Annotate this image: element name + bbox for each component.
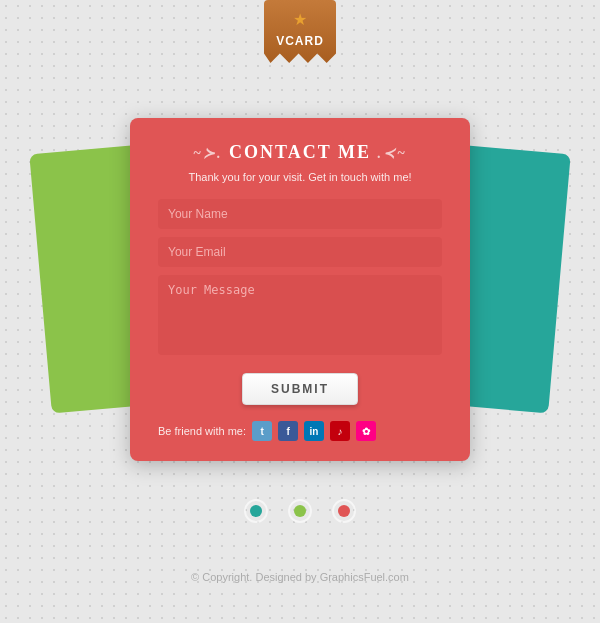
flickr-icon[interactable]: ✿ <box>356 421 376 441</box>
contact-card: ~≻. CONTACT ME .≺~ Thank you for your vi… <box>130 118 470 461</box>
email-input[interactable] <box>158 237 442 267</box>
linkedin-icon[interactable]: in <box>304 421 324 441</box>
facebook-icon[interactable]: f <box>278 421 298 441</box>
pagination <box>244 499 356 523</box>
vcard-label: VCARD <box>276 34 324 48</box>
card-subtitle: Thank you for your visit. Get in touch w… <box>158 171 442 183</box>
name-input[interactable] <box>158 199 442 229</box>
title-deco-right: .≺~ <box>377 145 406 162</box>
card-title: ~≻. CONTACT ME .≺~ <box>158 142 442 163</box>
social-row: Be friend with me: t f in ♪ ✿ <box>158 421 442 441</box>
friend-label: Be friend with me: <box>158 425 246 437</box>
dot-green[interactable] <box>288 499 312 523</box>
card-title-text: CONTACT ME <box>229 142 371 162</box>
copyright: © Copyright. Designed by GraphicsFuel.co… <box>191 571 409 583</box>
title-deco-left: ~≻. <box>193 145 222 162</box>
submit-button[interactable]: SUBMIT <box>242 373 358 405</box>
dot-red[interactable] <box>332 499 356 523</box>
lastfm-icon[interactable]: ♪ <box>330 421 350 441</box>
vcard-star-icon: ★ <box>272 10 328 29</box>
message-input[interactable] <box>158 275 442 355</box>
dot-teal[interactable] <box>244 499 268 523</box>
vcard-tag: ★ VCARD <box>264 0 336 63</box>
twitter-icon[interactable]: t <box>252 421 272 441</box>
